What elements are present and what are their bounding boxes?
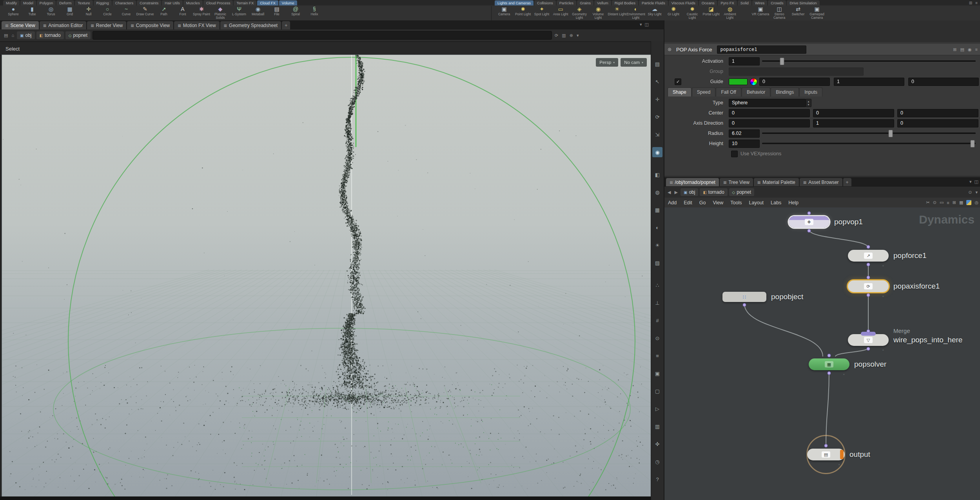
network-canvas[interactable]: Dynamics ❖popvop1↗popforce1▫⟳popaxisforc… — [664, 207, 980, 500]
pane-split-icon[interactable]: ◫ — [975, 179, 978, 184]
camera-view-icon[interactable]: ▢ — [652, 386, 662, 396]
shelf-tool-draw-curve[interactable]: ✎Draw Curve — [136, 5, 154, 20]
node-wire_pops_into_here[interactable]: ▽ — [848, 334, 889, 346]
shelf-tab-characters[interactable]: Characters — [113, 0, 136, 5]
node-input-dot[interactable] — [867, 245, 870, 249]
network-tab-tree-view[interactable]: ▦Tree View — [720, 178, 753, 186]
height-slider[interactable] — [762, 140, 976, 147]
path-chip-tornado[interactable]: ◧tornado — [700, 188, 727, 196]
shelf-tool-file[interactable]: ▤File — [267, 5, 286, 20]
path-chip-popnet[interactable]: ◇popnet — [729, 188, 754, 196]
pane-menu-icon[interactable]: ▾ — [640, 22, 642, 27]
node-input-dot[interactable] — [828, 354, 831, 357]
show-geometry-icon[interactable]: ◧ — [652, 169, 662, 180]
node-input-dot[interactable] — [808, 211, 811, 215]
view-tool-icon[interactable]: ◉ — [652, 147, 662, 157]
shelf-tab-terrain-fx[interactable]: Terrain FX — [234, 0, 256, 5]
shelf-tool-gi-light[interactable]: ✺GI Light — [664, 5, 683, 20]
cut-icon[interactable]: ✂ — [926, 200, 930, 205]
left-pane-tab-motion-fx-view[interactable]: ▦Motion FX View — [174, 21, 219, 29]
axis-x-field[interactable]: 0 — [729, 119, 810, 127]
param-tab-fall-off[interactable]: Fall Off — [716, 87, 741, 96]
shelf-tool-camera[interactable]: ▣Camera — [495, 5, 514, 20]
points-display-icon[interactable]: ∴ — [652, 280, 662, 290]
pane-menu-icon[interactable]: ▾ — [969, 179, 972, 184]
radius-field[interactable]: 6.02 — [729, 129, 760, 138]
guide-field-2[interactable]: 1 — [834, 78, 904, 86]
network-tab-asset-browser[interactable]: ▦Asset Browser — [800, 178, 842, 186]
pane-split-icon[interactable]: ◫ — [645, 22, 649, 27]
home-icon[interactable]: ⌂ — [11, 33, 15, 38]
slider-handle[interactable] — [889, 130, 893, 137]
path-input[interactable] — [93, 31, 552, 40]
shelf-tab-texture[interactable]: Texture — [75, 0, 93, 5]
shelf-tab-pyro-fx[interactable]: Pyro FX — [718, 0, 737, 5]
info-icon[interactable]: ◷ — [652, 456, 662, 467]
shelf-tool-sphere[interactable]: ●Sphere — [4, 5, 23, 20]
rotate-tool-icon[interactable]: ⟳ — [652, 112, 662, 122]
slider-handle[interactable] — [970, 140, 975, 147]
shelf-tab-viscous-fluids[interactable]: Viscous Fluids — [669, 0, 698, 5]
forward-icon[interactable]: ▶ — [673, 190, 678, 195]
tile-view-icon[interactable]: ▦ — [959, 200, 963, 205]
shelf-tab-rigging[interactable]: Rigging — [94, 0, 112, 5]
pane-link-icon[interactable]: ▤ — [3, 33, 9, 38]
scale-tool-icon[interactable]: ⇲ — [652, 129, 662, 140]
network-menu-edit[interactable]: Edit — [680, 200, 696, 205]
shelf-tool-gamepad-camera[interactable]: ▣Gamepad Camera — [808, 5, 826, 20]
node-input-dot[interactable] — [824, 444, 828, 447]
node-output-dot[interactable] — [867, 293, 870, 297]
color-palette-icon[interactable] — [966, 200, 971, 205]
use-vexpressions-checkbox[interactable] — [731, 151, 738, 157]
shelf-tab-grains[interactable]: Grains — [577, 0, 593, 5]
scene-viewport[interactable]: Persp ▾ No cam ▾ — [2, 55, 651, 496]
node-input-dot[interactable] — [867, 276, 870, 279]
path-chip-popnet[interactable]: ◇popnet — [65, 31, 91, 39]
layout-icon[interactable]: ▤ — [652, 59, 662, 69]
center-x-field[interactable]: 0 — [729, 109, 810, 117]
param-tab-behavior[interactable]: Behavior — [742, 87, 770, 96]
shelf-tab-vellum[interactable]: Vellum — [594, 0, 611, 5]
left-pane-tab-scene-view[interactable]: ▦Scene View — [2, 21, 39, 29]
shelf-tool-sky-light[interactable]: ☁Sky Light — [645, 5, 664, 20]
node-name-field[interactable]: popaxisforce1 — [717, 45, 806, 54]
shelf-tool-vr-camera[interactable]: ▣VR Camera — [751, 5, 770, 20]
shelf-tool-null[interactable]: ✛Null — [79, 5, 98, 20]
param-tab-speed[interactable]: Speed — [692, 87, 716, 96]
network-menu-help[interactable]: Help — [785, 200, 802, 205]
network-menu-go[interactable]: Go — [696, 200, 710, 205]
grid-snap-icon[interactable]: ⊞ — [953, 200, 956, 205]
center-y-field[interactable]: 0 — [813, 109, 894, 117]
path-chip-obj[interactable]: ▣obj — [17, 31, 34, 39]
network-menu-add[interactable]: Add — [664, 200, 680, 205]
shelf-tool-platonic-solids[interactable]: ◆Platonic Solids — [211, 5, 230, 20]
param-tab-bindings[interactable]: Bindings — [771, 87, 799, 96]
path-chip-tornado[interactable]: ◧tornado — [36, 31, 64, 39]
network-menu-labs[interactable]: Labs — [767, 200, 785, 205]
network-menu-tools[interactable]: Tools — [727, 200, 745, 205]
param-tab-shape[interactable]: Shape — [668, 87, 691, 96]
shelf-tab-particle-fluids[interactable]: Particle Fluids — [639, 0, 668, 5]
type-dropdown[interactable]: Sphere — [729, 99, 806, 107]
path-bookmark-icon[interactable]: ▥ — [561, 33, 566, 38]
node-output-dot[interactable] — [828, 371, 831, 375]
grid-toggle-icon[interactable]: # — [652, 315, 662, 325]
network-menu-view[interactable]: View — [709, 200, 727, 205]
shelf-tab-solid[interactable]: Solid — [738, 0, 751, 5]
search-icon[interactable]: ◎ — [975, 200, 978, 205]
activation-field[interactable]: 1 — [729, 57, 760, 65]
axis-z-field[interactable]: 0 — [897, 119, 978, 127]
shelf-tool-spray-paint[interactable]: ✱Spray Paint — [192, 5, 211, 20]
node-output[interactable]: ▤ — [807, 449, 845, 460]
shelf-tool-grid[interactable]: ▦Grid — [60, 5, 79, 20]
shelf-tab-wires[interactable]: Wires — [752, 0, 767, 5]
shelf-tool-switcher[interactable]: ⇄Switcher — [789, 5, 808, 20]
node-output-dot[interactable] — [867, 263, 870, 266]
axis-y-field[interactable]: 1 — [813, 119, 894, 127]
node-flag-popsolver[interactable]: ▫ — [843, 372, 845, 376]
select-tool-icon[interactable]: ↖ — [652, 76, 662, 87]
shelf-layout-icon[interactable]: ⊞ — [969, 1, 972, 5]
network-tab-material-palette[interactable]: ▦Material Palette — [754, 178, 799, 186]
activation-slider[interactable] — [762, 57, 976, 65]
shelf-tab-polygon[interactable]: Polygon — [37, 0, 56, 5]
